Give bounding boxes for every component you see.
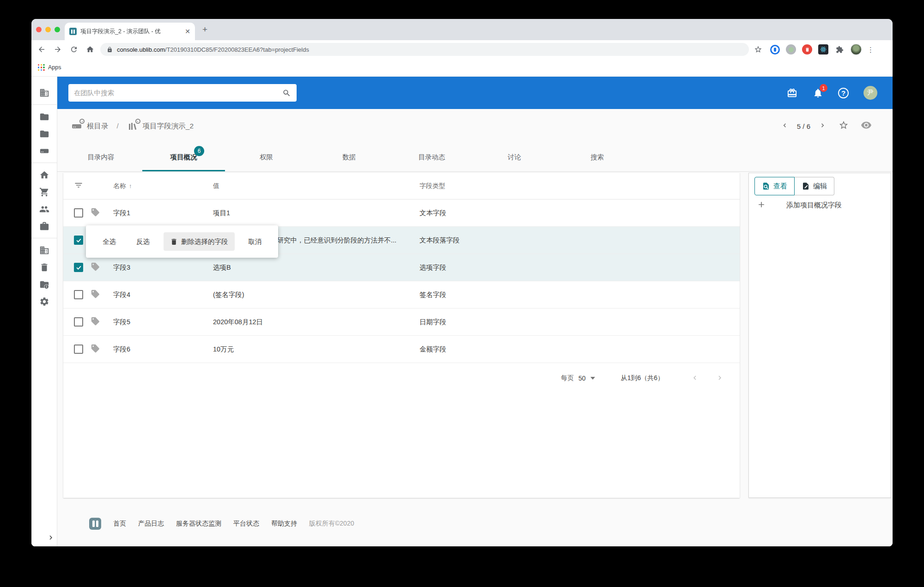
tab-directory-activity[interactable]: 目录动态 <box>390 143 473 171</box>
organization-icon[interactable] <box>39 87 50 98</box>
tab-close-icon[interactable]: ✕ <box>185 28 190 35</box>
settings-gear-icon[interactable] <box>39 296 50 307</box>
search-input[interactable] <box>74 89 282 97</box>
tag-icon <box>87 262 113 273</box>
row-checkbox[interactable] <box>74 208 83 218</box>
close-window-button[interactable] <box>36 27 42 32</box>
table-row[interactable]: 字段5 2020年08月12日 日期字段 <box>63 309 740 336</box>
per-page-label: 每页 <box>561 374 574 382</box>
drive-icon[interactable] <box>39 145 50 157</box>
edit-doc-icon <box>802 182 810 190</box>
table-row[interactable]: 字段3 选项B 选项字段 <box>63 254 740 281</box>
view-edit-toggle: 查看 编辑 <box>754 177 834 195</box>
next-item-icon[interactable] <box>819 121 827 131</box>
cancel-selection-button[interactable]: 取消 <box>249 237 262 246</box>
tab-directory-content[interactable]: 目录内容 <box>60 143 142 171</box>
tag-icon <box>87 344 113 355</box>
home-browser-icon[interactable] <box>85 44 96 55</box>
extensions-puzzle-icon[interactable] <box>834 44 845 54</box>
edit-mode-button[interactable]: 编辑 <box>795 177 834 195</box>
table-row[interactable]: 字段4 (签名字段) 签名字段 <box>63 281 740 309</box>
footer-link-server-status[interactable]: 服务器状态监测 <box>176 520 221 528</box>
gift-icon[interactable] <box>786 87 797 98</box>
row-checkbox[interactable] <box>74 263 83 272</box>
row-checkbox[interactable] <box>74 317 83 327</box>
home-icon[interactable] <box>39 169 50 181</box>
column-value[interactable]: 值 <box>213 182 419 190</box>
footer-link-platform-status[interactable]: 平台状态 <box>233 520 259 528</box>
pagination-row: 每页 50 从1到6（共6） <box>63 366 740 390</box>
selection-toolbar-popup: 全选 反选 删除选择的字段 取消 <box>86 225 278 258</box>
briefcase-icon[interactable] <box>39 221 50 232</box>
window-controls[interactable] <box>36 27 60 32</box>
apps-bookmark[interactable]: Apps <box>48 64 61 71</box>
folder-info-icon[interactable] <box>39 279 50 290</box>
browser-menu-icon[interactable]: ⋮ <box>867 46 874 53</box>
trash-icon[interactable] <box>39 262 50 273</box>
browser-profile-avatar[interactable] <box>851 44 862 55</box>
select-all-button[interactable]: 全选 <box>103 237 116 246</box>
filter-icon[interactable] <box>63 181 87 191</box>
tab-data[interactable]: 数据 <box>308 143 390 171</box>
expand-sidebar-icon[interactable] <box>47 533 55 544</box>
team-search[interactable] <box>68 84 297 102</box>
tab-discussion[interactable]: 讨论 <box>473 143 556 171</box>
members-icon[interactable] <box>39 204 50 215</box>
folder-icon[interactable] <box>39 111 50 122</box>
tab-project-overview[interactable]: 项目概况 6 <box>142 143 225 171</box>
table-row[interactable]: 字段1 项目1 文本字段 <box>63 200 740 227</box>
content-area: 名称↑ 值 字段类型 字段1 项目1 文本字段 <box>57 172 893 498</box>
notifications-bell-icon[interactable]: 1 <box>812 87 823 98</box>
footer-link-support[interactable]: 帮助支持 <box>271 520 297 528</box>
per-page-select[interactable]: 50 <box>578 375 586 382</box>
footer-link-changelog[interactable]: 产品日志 <box>138 520 164 528</box>
column-type[interactable]: 字段类型 <box>419 182 740 190</box>
prev-item-icon[interactable] <box>781 121 789 131</box>
react-devtools-icon[interactable] <box>818 44 828 54</box>
bookmark-star-icon[interactable] <box>753 44 764 55</box>
row-checkbox[interactable] <box>74 236 83 245</box>
favorite-star-icon[interactable] <box>839 120 849 132</box>
password-extension-icon[interactable] <box>770 45 780 54</box>
tag-icon <box>87 316 113 327</box>
table-row[interactable]: 字段6 10万元 金额字段 <box>63 336 740 363</box>
minimize-window-button[interactable] <box>45 27 51 32</box>
tab-search[interactable]: 搜索 <box>556 143 638 171</box>
folder-icon[interactable] <box>39 128 50 139</box>
back-icon[interactable] <box>36 44 47 55</box>
cart-icon[interactable] <box>39 187 50 198</box>
new-tab-button[interactable]: + <box>202 24 207 35</box>
apps-grid-icon[interactable] <box>38 64 45 71</box>
breadcrumb-root[interactable]: 根目录 <box>87 121 109 131</box>
add-overview-field[interactable]: 添加项目概况字段 <box>757 200 842 211</box>
gray-extension-icon[interactable] <box>786 44 796 54</box>
zoom-window-button[interactable] <box>55 27 60 32</box>
url-text: console.ublib.com/T20190310DC85/F2020082… <box>117 46 309 53</box>
tag-icon <box>87 289 113 300</box>
row-checkbox[interactable] <box>74 290 83 299</box>
company-icon[interactable] <box>39 245 50 256</box>
address-bar[interactable]: console.ublib.com/T20190310DC85/F2020082… <box>100 43 749 56</box>
app-sidebar <box>31 77 57 546</box>
user-avatar[interactable]: 尹 <box>863 86 877 100</box>
per-page-caret-icon[interactable] <box>590 377 595 380</box>
delete-selected-button[interactable]: 删除选择的字段 <box>164 232 235 251</box>
page-prev-icon[interactable] <box>691 374 699 383</box>
notification-count-badge: 1 <box>820 84 827 92</box>
tab-permissions[interactable]: 权限 <box>225 143 308 171</box>
overview-fields-panel: 查看 编辑 添加项目概况字段 <box>748 173 891 498</box>
cleaner-extension-icon[interactable] <box>802 44 812 54</box>
page-next-icon[interactable] <box>716 374 724 383</box>
reload-icon[interactable] <box>68 44 79 55</box>
extension-icons <box>770 44 862 55</box>
view-mode-button[interactable]: 查看 <box>754 177 795 195</box>
browser-tab[interactable]: 项目字段演示_2 - 演示团队 - 优 ✕ <box>65 23 195 40</box>
row-checkbox[interactable] <box>74 345 83 354</box>
project-icon <box>127 121 139 132</box>
help-icon[interactable]: ? <box>838 88 849 98</box>
forward-icon[interactable] <box>52 44 63 55</box>
footer-link-home[interactable]: 首页 <box>113 520 126 528</box>
invert-selection-button[interactable]: 反选 <box>136 237 150 246</box>
watch-eye-icon[interactable] <box>861 120 872 133</box>
column-name[interactable]: 名称↑ <box>113 182 213 190</box>
